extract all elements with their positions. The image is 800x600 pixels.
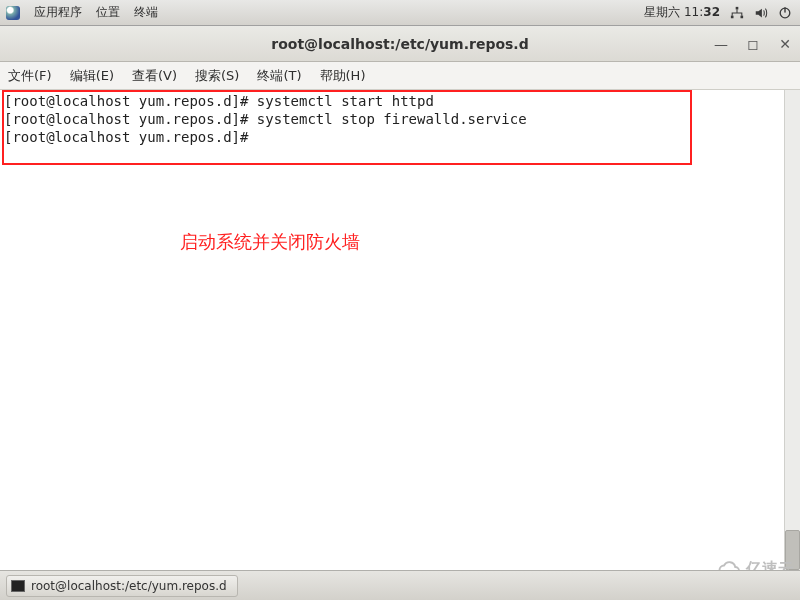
svg-rect-4 <box>784 7 785 12</box>
menu-search[interactable]: 搜索(S) <box>195 67 239 85</box>
menu-terminal[interactable]: 终端(T) <box>257 67 301 85</box>
terminal-line: [root@localhost yum.repos.d]# systemctl … <box>4 110 796 128</box>
activities-icon[interactable] <box>6 6 20 20</box>
svg-rect-2 <box>741 15 744 18</box>
power-icon[interactable] <box>778 6 792 20</box>
menu-help[interactable]: 帮助(H) <box>320 67 366 85</box>
window-title: root@localhost:/etc/yum.repos.d <box>8 36 792 52</box>
svg-rect-0 <box>736 6 739 9</box>
terminal-output[interactable]: [root@localhost yum.repos.d]# systemctl … <box>0 90 800 148</box>
volume-icon[interactable] <box>754 6 768 20</box>
terminal-line: [root@localhost yum.repos.d]# systemctl … <box>4 92 796 110</box>
svg-rect-1 <box>731 15 734 18</box>
terminal-menubar: 文件(F) 编辑(E) 查看(V) 搜索(S) 终端(T) 帮助(H) <box>0 62 800 90</box>
menu-places[interactable]: 位置 <box>96 4 120 21</box>
annotation-text: 启动系统并关闭防火墙 <box>180 230 360 254</box>
clock[interactable]: 星期六 11:32 <box>644 4 720 21</box>
terminal-icon <box>11 580 25 592</box>
menu-edit[interactable]: 编辑(E) <box>70 67 114 85</box>
clock-day: 星期六 <box>644 5 680 19</box>
terminal-line: [root@localhost yum.repos.d]# <box>4 128 796 146</box>
taskbar-item-terminal[interactable]: root@localhost:/etc/yum.repos.d <box>6 575 238 597</box>
network-icon[interactable] <box>730 6 744 20</box>
maximize-button[interactable]: ◻ <box>746 36 760 52</box>
clock-minute: 32 <box>703 5 720 19</box>
terminal-area[interactable]: [root@localhost yum.repos.d]# systemctl … <box>0 90 800 570</box>
window-titlebar[interactable]: root@localhost:/etc/yum.repos.d — ◻ ✕ <box>0 26 800 62</box>
menu-terminal[interactable]: 终端 <box>134 4 158 21</box>
menu-file[interactable]: 文件(F) <box>8 67 52 85</box>
gnome-top-panel: 应用程序 位置 终端 星期六 11:32 <box>0 0 800 26</box>
menu-view[interactable]: 查看(V) <box>132 67 177 85</box>
vertical-scrollbar[interactable] <box>784 90 800 570</box>
clock-hour: 11 <box>684 5 699 19</box>
gnome-taskbar: root@localhost:/etc/yum.repos.d <box>0 570 800 600</box>
menu-applications[interactable]: 应用程序 <box>34 4 82 21</box>
minimize-button[interactable]: — <box>714 36 728 52</box>
close-button[interactable]: ✕ <box>778 36 792 52</box>
taskbar-item-label: root@localhost:/etc/yum.repos.d <box>31 579 227 593</box>
